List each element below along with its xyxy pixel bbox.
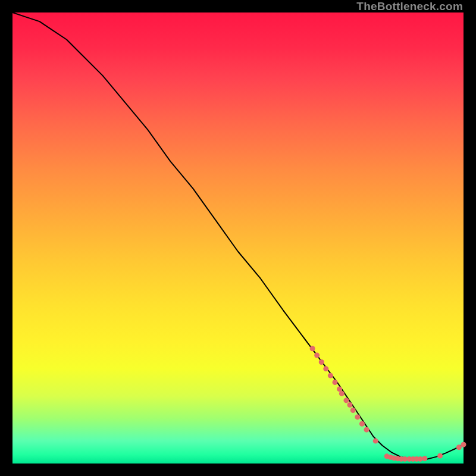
watermark-text: TheBottleneck.com xyxy=(356,0,463,13)
marker-point xyxy=(332,380,337,385)
marker-point xyxy=(364,427,369,433)
marker-point xyxy=(461,442,466,447)
marker-point xyxy=(310,346,315,351)
marker-point xyxy=(319,359,324,365)
marker-point xyxy=(422,456,427,461)
bottleneck-curve-line xyxy=(12,12,464,459)
marker-point xyxy=(314,353,320,358)
marker-point xyxy=(437,453,443,459)
marker-point xyxy=(343,397,349,403)
marker-point xyxy=(347,402,352,408)
marker-point xyxy=(339,391,345,396)
marker-point xyxy=(456,444,462,450)
chart-plot xyxy=(12,12,464,464)
marker-point xyxy=(355,414,360,419)
marker-point xyxy=(323,366,328,371)
marker-point xyxy=(328,373,333,378)
marker-point xyxy=(350,408,356,413)
marker-point xyxy=(359,421,365,427)
marker-point xyxy=(373,439,378,444)
marker-cluster xyxy=(310,346,466,462)
